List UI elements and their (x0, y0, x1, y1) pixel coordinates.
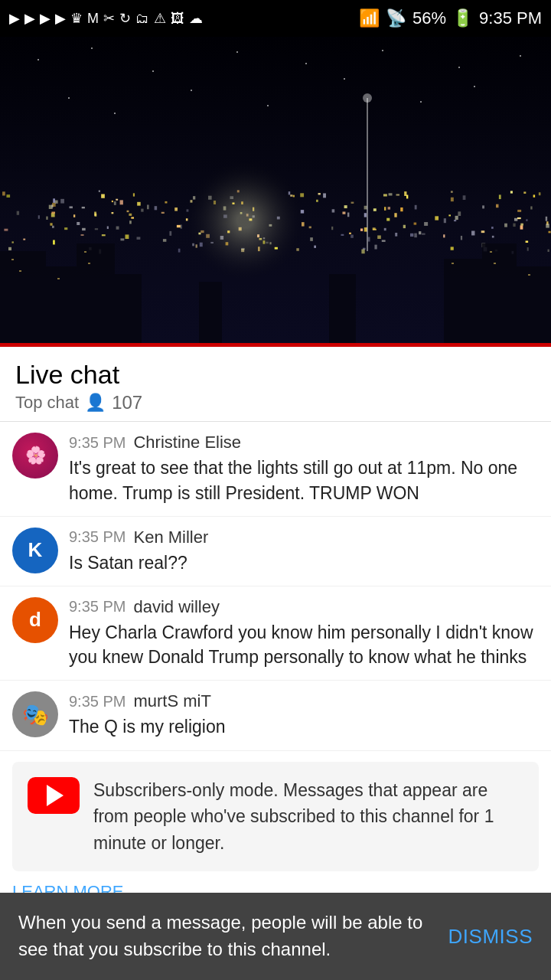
message-body: 9:35 PM Ken Miller Is Satan real?? (69, 528, 539, 575)
wifi-icon: 📶 (359, 8, 380, 28)
message-time: 9:35 PM (69, 528, 126, 546)
avatar: 🌸 (12, 433, 58, 479)
status-icons: ▶ ▶ ▶ ▶ ♛ M ✂ ↻ 🗂 ⚠ 🖼 ☁ (9, 10, 203, 27)
chat-title: Live chat (15, 361, 142, 389)
filter-button[interactable] (508, 364, 514, 370)
video-player[interactable] (0, 37, 551, 343)
battery-percent: 56% (412, 8, 446, 28)
message-author: Christine Elise (133, 433, 241, 452)
chat-header-right (508, 364, 536, 370)
avatar: K (12, 528, 58, 573)
youtube-play-icon (47, 785, 64, 806)
message-body: 9:35 PM david willey Hey Charla Crawford… (69, 597, 539, 669)
status-indicators: 📶 📡 56% 🔋 9:35 PM (359, 8, 542, 28)
chat-header-left: Live chat Top chat 👤 107 (15, 361, 142, 413)
avatar: 🎭 (12, 691, 58, 737)
message-meta: 9:35 PM david willey (69, 597, 539, 617)
message-text: The Q is my religion (69, 714, 539, 739)
battery-icon: 🔋 (452, 8, 473, 28)
viewer-icon: 👤 (85, 393, 106, 413)
chat-message: d 9:35 PM david willey Hey Charla Crawfo… (0, 586, 551, 681)
chat-message: 🎭 9:35 PM murtS miT The Q is my religion (0, 681, 551, 750)
subscribers-notice: Subscribers-only mode. Messages that app… (12, 762, 539, 872)
message-author: david willey (133, 597, 220, 617)
status-bar: ▶ ▶ ▶ ▶ ♛ M ✂ ↻ 🗂 ⚠ 🖼 ☁ 📶 📡 56% 🔋 9:35 P… (0, 0, 551, 37)
signal-icon: 📡 (386, 8, 406, 28)
chat-header: Live chat Top chat 👤 107 (0, 347, 551, 422)
message-body: 9:35 PM murtS miT The Q is my religion (69, 691, 539, 739)
chat-subtitle: Top chat 👤 107 (15, 392, 142, 413)
message-time: 9:35 PM (69, 598, 126, 616)
message-text: Hey Charla Crawford you know him persona… (69, 620, 539, 669)
chat-messages-list: 🌸 9:35 PM Christine Elise It's great to … (0, 422, 551, 902)
chat-message: 🌸 9:35 PM Christine Elise It's great to … (0, 422, 551, 516)
message-time: 9:35 PM (69, 434, 126, 452)
viewer-count: 107 (112, 392, 142, 413)
message-time: 9:35 PM (69, 693, 126, 710)
message-text: It's great to see that the lights still … (69, 456, 539, 505)
avatar: d (12, 597, 58, 643)
bottom-toast: When you send a message, people will be … (0, 893, 551, 980)
message-meta: 9:35 PM murtS miT (69, 691, 539, 711)
clock: 9:35 PM (479, 8, 542, 28)
message-meta: 9:35 PM Christine Elise (69, 433, 539, 452)
youtube-logo (28, 777, 80, 814)
message-meta: 9:35 PM Ken Miller (69, 528, 539, 547)
notice-text: Subscribers-only mode. Messages that app… (93, 777, 523, 857)
message-author: Ken Miller (133, 528, 208, 547)
chat-message: K 9:35 PM Ken Miller Is Satan real?? (0, 517, 551, 586)
message-author: murtS miT (133, 691, 210, 711)
dismiss-button[interactable]: DISMISS (448, 925, 533, 949)
top-chat-label: Top chat (15, 393, 79, 413)
close-button[interactable] (530, 364, 536, 370)
toast-message: When you send a message, people will be … (18, 910, 433, 963)
message-text: Is Satan real?? (69, 550, 539, 575)
message-body: 9:35 PM Christine Elise It's great to se… (69, 433, 539, 505)
